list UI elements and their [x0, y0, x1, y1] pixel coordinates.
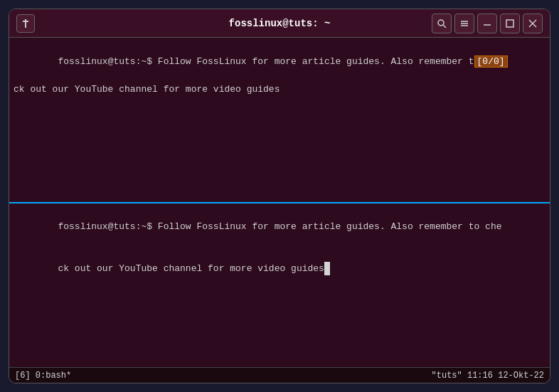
svg-rect-2: [25, 25, 26, 28]
terminal-line-1: fosslinux@tuts:~$ Follow FossLinux for m…: [14, 41, 545, 83]
prompt-bottom: fosslinux@tuts:~$: [58, 221, 152, 232]
menu-button[interactable]: [454, 14, 474, 33]
window-title: fosslinux@tuts: ~: [229, 18, 331, 29]
close-button[interactable]: [523, 14, 543, 33]
terminal-line-2: ck out our YouTube channel for more vide…: [14, 83, 545, 97]
command-top: Follow FossLinux for more article guides…: [152, 56, 474, 67]
pin-button[interactable]: [16, 14, 35, 33]
svg-point-3: [438, 20, 444, 26]
status-left: [6] 0:bash*: [15, 371, 71, 381]
terminal-line-4: ck out our YouTube channel for more vide…: [14, 248, 545, 290]
terminal-window: fosslinux@tuts: ~: [9, 9, 550, 383]
titlebar: fosslinux@tuts: ~: [9, 9, 550, 38]
command-bottom: Follow FossLinux for more article guides…: [152, 221, 501, 232]
prompt-top: fosslinux@tuts:~$: [58, 56, 152, 67]
svg-line-4: [443, 25, 446, 28]
line2-prefix: ck out our YouTube channel for more vide…: [58, 263, 324, 274]
titlebar-left: [16, 14, 35, 33]
maximize-button[interactable]: [500, 14, 520, 33]
terminal-line-3: fosslinux@tuts:~$ Follow FossLinux for m…: [14, 206, 545, 248]
minimize-button[interactable]: [477, 14, 497, 33]
search-badge: [0/0]: [474, 55, 508, 68]
window-controls: [432, 14, 543, 33]
svg-rect-9: [506, 20, 513, 27]
svg-rect-1: [23, 21, 28, 22]
terminal-pane-top[interactable]: fosslinux@tuts:~$ Follow FossLinux for m…: [9, 38, 550, 203]
terminal-cursor: [324, 262, 330, 276]
status-right: "tuts" 11:16 12-Okt-22: [432, 371, 544, 381]
search-button[interactable]: [432, 14, 452, 33]
terminal-body: fosslinux@tuts:~$ Follow FossLinux for m…: [9, 38, 550, 367]
statusbar: [6] 0:bash* "tuts" 11:16 12-Okt-22: [9, 367, 550, 383]
terminal-pane-bottom[interactable]: fosslinux@tuts:~$ Follow FossLinux for m…: [9, 203, 550, 368]
